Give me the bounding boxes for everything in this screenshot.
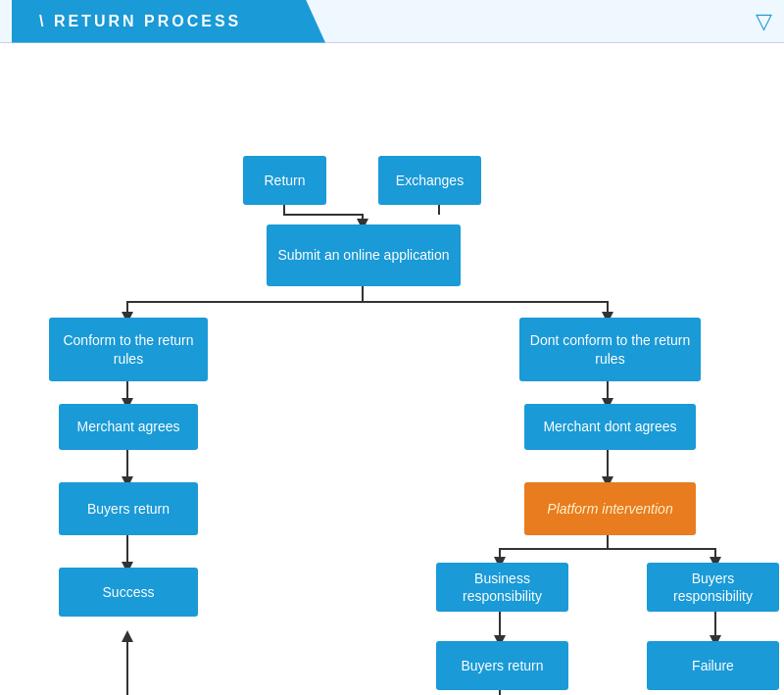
flowchart: Return Exchanges Submit an online applic… xyxy=(0,43,784,695)
return-box: Return xyxy=(243,156,326,205)
platform-intervention-box: Platform intervention xyxy=(524,482,696,535)
header-title-area: \ RETURN PROCESS xyxy=(12,0,325,43)
buyers-return-right-box: Buyers return xyxy=(436,641,568,690)
submit-box: Submit an online application xyxy=(267,224,461,286)
business-resp-box: Business responsibility xyxy=(436,563,568,612)
buyers-resp-box: Buyers responsibility xyxy=(647,563,779,612)
filter-icon[interactable]: ▽ xyxy=(756,9,772,34)
conform-box: Conform to the return rules xyxy=(49,318,208,381)
page-header: \ RETURN PROCESS ▽ xyxy=(0,0,784,43)
dont-conform-box: Dont conform to the return rules xyxy=(519,318,701,381)
exchanges-box: Exchanges xyxy=(378,156,481,205)
failure-box: Failure xyxy=(647,641,779,690)
page-title: \ RETURN PROCESS xyxy=(39,13,241,30)
success-box: Success xyxy=(59,568,198,617)
merchant-dont-box: Merchant dont agrees xyxy=(524,404,696,450)
buyers-return-left-box: Buyers return xyxy=(59,482,198,535)
merchant-agrees-box: Merchant agrees xyxy=(59,404,198,450)
